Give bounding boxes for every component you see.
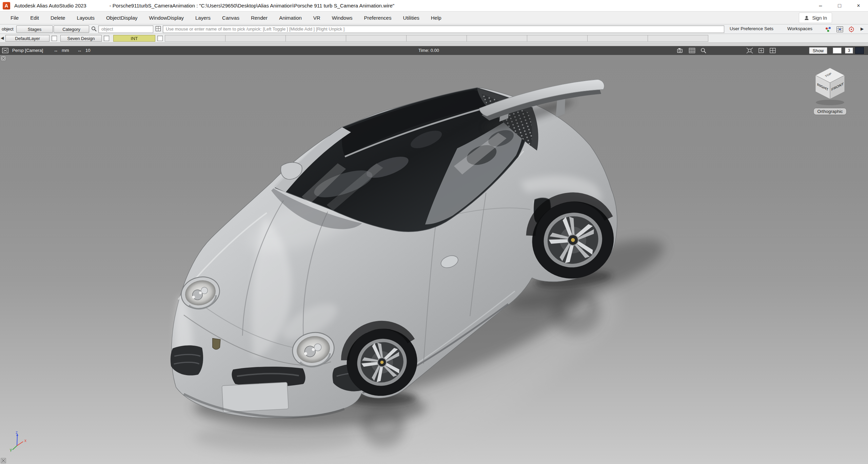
menu-help[interactable]: Help (425, 12, 447, 24)
object-name-field[interactable]: object (98, 25, 153, 33)
menu-preferences[interactable]: Preferences (358, 12, 397, 24)
viewport-header: Persp [Camera] ↔ mm ↔ 10 Time: 0.00 (0, 46, 868, 55)
axis-x-label: x (24, 438, 26, 443)
header-field[interactable] (833, 47, 842, 54)
sign-in-button[interactable]: Sign In (799, 13, 832, 23)
layer-slot[interactable] (165, 35, 225, 42)
category-button[interactable]: Category (54, 25, 89, 33)
sign-in-label: Sign In (812, 15, 827, 21)
unit-arrow-icon: ↔ (54, 46, 58, 55)
layer-slot[interactable] (285, 35, 346, 42)
menu-render[interactable]: Render (245, 12, 273, 24)
menu-vr[interactable]: VR (308, 12, 326, 24)
menu-file[interactable]: File (5, 12, 24, 24)
seven-design-layer-button[interactable]: Seven Design (60, 35, 102, 42)
seven-design-checkbox[interactable] (104, 36, 109, 41)
user-preference-sets-button[interactable]: User Preference Sets (730, 26, 773, 31)
pick-mask-label: object (2, 26, 14, 32)
menubar: File Edit Delete Layouts ObjectDisplay W… (0, 12, 868, 24)
projection-badge[interactable]: Orthographic (813, 108, 846, 115)
document-title: - Porsche911turbS_CameraAnimation : "C:\… (110, 3, 395, 8)
pane-corner-icon[interactable] (1, 56, 6, 61)
window-controls: – □ × (811, 0, 868, 12)
panel-count-box[interactable]: 3 (845, 47, 853, 54)
grid-snap-icon[interactable] (835, 26, 844, 33)
maximize-button[interactable]: □ (830, 0, 849, 12)
layer-slot[interactable] (406, 35, 467, 42)
stages-button[interactable]: Stages (16, 25, 53, 33)
menu-layouts[interactable]: Layouts (71, 12, 100, 24)
grid-toggle-icon[interactable] (688, 47, 696, 54)
app-title: Autodesk Alias AutoStudio 2023 (14, 3, 86, 8)
default-layer-button[interactable]: DefaultLayer (5, 35, 50, 42)
layer-slot[interactable] (467, 35, 527, 42)
close-button[interactable]: × (849, 0, 868, 12)
frame-selected-icon[interactable] (757, 47, 765, 54)
titlebar: A Autodesk Alias AutoStudio 2023 - Porsc… (0, 0, 868, 12)
default-layer-checkbox[interactable] (52, 36, 57, 41)
viewcube-icon[interactable]: TOP RIGHT FRONT (811, 65, 849, 106)
pane-menu-icon[interactable] (2, 47, 9, 54)
show-button[interactable]: Show (809, 47, 827, 54)
axis-y-label: y (10, 447, 12, 452)
pane-corner-icon[interactable] (1, 458, 6, 463)
unit-label: mm (62, 46, 69, 55)
layer-slot[interactable] (527, 35, 588, 42)
int-layer-button[interactable]: INT (113, 35, 155, 42)
workspaces-button[interactable]: Workspaces (787, 26, 812, 31)
layer-slot[interactable] (346, 35, 407, 42)
axis-z-label: z (16, 430, 18, 435)
layer-bar: ◀ DefaultLayer Seven Design INT (0, 34, 868, 43)
frame-all-icon[interactable] (746, 47, 753, 54)
viewport-canvas[interactable]: TOP RIGHT FRONT Orthographic z x y (0, 55, 868, 464)
menu-objectdisplay[interactable]: ObjectDisplay (100, 12, 143, 24)
int-layer-checkbox[interactable] (157, 36, 163, 41)
person-icon (804, 15, 809, 21)
car-render (0, 55, 868, 464)
menu-delete[interactable]: Delete (45, 12, 71, 24)
menu-utilities[interactable]: Utilities (397, 12, 425, 24)
toolbar-gap (0, 43, 868, 46)
layer-slot[interactable] (648, 35, 708, 42)
layer-slot[interactable] (587, 35, 648, 42)
selection-handles-icon[interactable] (824, 26, 833, 33)
render-camera-icon[interactable] (677, 47, 684, 54)
minimize-button[interactable]: – (811, 0, 830, 12)
viewcube[interactable]: TOP RIGHT FRONT Orthographic (810, 65, 850, 115)
quad-view-icon[interactable] (769, 47, 776, 54)
pick-toolbar: object Stages Category object Use mouse … (0, 24, 868, 34)
menu-animation[interactable]: Animation (273, 12, 308, 24)
menu-windowdisplay[interactable]: WindowDisplay (143, 12, 190, 24)
menu-windows[interactable]: Windows (326, 12, 358, 24)
time-indicator: Time: 0.00 (418, 46, 439, 55)
search-icon[interactable] (91, 26, 97, 32)
window-layout-button[interactable] (855, 47, 864, 54)
grid-arrow-icon: ↔ (77, 46, 82, 55)
layer-slot[interactable] (225, 35, 286, 42)
grid-size-value: 10 (85, 46, 90, 55)
toolbar-overflow-chevron-icon[interactable]: ▶ (861, 26, 864, 31)
promptline[interactable]: Use mouse or enter name of item to pick … (163, 25, 724, 33)
axis-triad: z x y (9, 430, 30, 452)
zoom-tool-icon[interactable] (700, 47, 707, 54)
pivot-icon[interactable] (847, 26, 856, 33)
alias-autostudio-window: A Autodesk Alias AutoStudio 2023 - Porsc… (0, 0, 868, 464)
menu-canvas[interactable]: Canvas (216, 12, 245, 24)
list-grid-icon[interactable] (155, 26, 161, 32)
layerbar-scroll-left-icon[interactable]: ◀ (1, 36, 4, 40)
menu-edit[interactable]: Edit (24, 12, 45, 24)
camera-label[interactable]: Persp [Camera] (12, 46, 43, 55)
app-logo-icon: A (3, 2, 10, 9)
menu-layers[interactable]: Layers (190, 12, 216, 24)
